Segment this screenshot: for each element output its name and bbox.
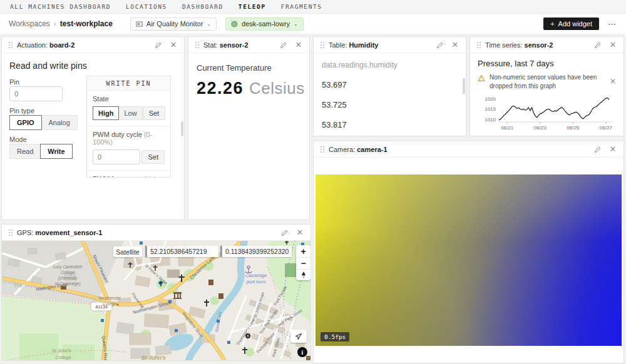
map-label: punt tours — [245, 280, 266, 285]
scrollbar-thumb[interactable] — [463, 78, 465, 94]
pin-type-analog-button[interactable]: Analog — [41, 115, 78, 130]
widget-title: Camera: camera-1 — [329, 146, 387, 153]
edit-pencil-icon[interactable] — [593, 144, 603, 154]
drag-handle-icon[interactable] — [9, 44, 10, 46]
close-icon[interactable]: ✕ — [295, 228, 305, 238]
close-icon[interactable]: ✕ — [294, 40, 304, 50]
compass-south-needle — [302, 275, 305, 279]
close-icon[interactable]: ✕ — [450, 40, 460, 50]
close-icon[interactable]: ✕ — [168, 40, 178, 50]
pwm-freq-label: PWM frequency (Hz) — [93, 175, 165, 178]
widget-stat: Stat: sensor-2 ✕ Current Temperature 22.… — [188, 36, 310, 220]
svg-text:06/23: 06/23 — [534, 125, 547, 131]
workspace-toolbar: Workspaces › test-workplace Air Quality … — [0, 14, 626, 34]
warning-triangle-icon — [478, 74, 485, 82]
pwm-duty-input[interactable] — [93, 149, 140, 164]
svg-text:06/25: 06/25 — [567, 125, 580, 131]
edit-pencil-icon[interactable] — [153, 40, 163, 50]
edit-pencil-icon[interactable] — [279, 40, 289, 50]
pwm-duty-set-button[interactable]: Set — [141, 150, 165, 164]
pin-type-label: Pin type — [9, 107, 34, 114]
pwm-duty-label: PWM duty cycle (0-100%) — [93, 131, 165, 146]
close-icon[interactable]: ✕ — [608, 40, 618, 50]
pressure-line-chart: 10101015102006/2106/2306/2506/27 — [478, 93, 618, 132]
pin-type-gpio-button[interactable]: GPIO — [9, 115, 42, 130]
zoom-out-button[interactable]: − — [296, 257, 310, 269]
map-attribution-info-button[interactable]: i — [297, 347, 307, 357]
widget-header: GPS: movement_sensor-1 ✕ — [2, 225, 310, 241]
widget-header: Camera: camera-1 ✕ — [314, 141, 623, 158]
widget-table: Table: Humidity ✕ data.readings.humidity… — [313, 36, 466, 136]
widget-title: Table: Humidity — [329, 41, 378, 49]
dashboard-grid: Actuation: board-2 ✕ Read and write pins… — [0, 34, 626, 364]
svg-text:1010: 1010 — [485, 117, 496, 123]
map-label: St John's — [52, 348, 71, 353]
widget-camera: Camera: camera-1 ✕ 0.5fps — [313, 141, 624, 363]
widget-header: Stat: sensor-2 ✕ — [188, 37, 309, 53]
nav-teleop[interactable]: TELEOP — [239, 3, 266, 10]
add-widget-label: Add widget — [558, 20, 592, 28]
latitude-input[interactable] — [145, 246, 218, 257]
mode-label: Mode — [9, 136, 27, 143]
warning-dismiss-icon[interactable]: ✕ — [610, 73, 616, 91]
table-row: 53.725 — [322, 100, 458, 109]
state-high-button[interactable]: High — [93, 106, 119, 120]
drag-handle-icon[interactable] — [195, 44, 197, 46]
mode-read-button[interactable]: Read — [9, 144, 41, 159]
widget-title: Time series: sensor-2 — [485, 41, 553, 49]
table-row: 53.817 — [322, 120, 458, 129]
street-map: A1134 Madingley Road Mount Pleasant Lucy… — [2, 241, 310, 360]
chart-title: Pressure, last 7 days — [478, 59, 616, 68]
stat-unit: Celsius — [249, 79, 305, 98]
part-dropdown[interactable]: desk-sam-lowry ⌄ — [225, 18, 304, 31]
locate-me-button[interactable] — [290, 330, 307, 343]
write-pin-panel: WRITE PIN State High Low Set PWM duty cy… — [86, 76, 171, 178]
drag-handle-icon[interactable] — [477, 44, 478, 46]
breadcrumb-current-workspace: test-workplace — [60, 19, 113, 28]
part-rings-icon — [231, 21, 238, 28]
state-low-button[interactable]: Low — [118, 106, 142, 120]
map-canvas[interactable]: A1134 Madingley Road Mount Pleasant Lucy… — [2, 241, 310, 360]
state-toggle: High Low — [93, 106, 143, 120]
scrollbar-thumb[interactable] — [181, 121, 183, 136]
camera-stream: 0.5fps — [316, 174, 622, 346]
drag-handle-icon[interactable] — [9, 232, 10, 233]
mode-toggle: Read Write — [9, 144, 73, 159]
map-label: College — [61, 270, 74, 275]
widget-gps: GPS: movement_sensor-1 ✕ — [1, 224, 311, 361]
svg-text:1020: 1020 — [485, 96, 496, 102]
map-label: College — [55, 355, 71, 360]
edit-pencil-icon[interactable] — [280, 228, 290, 238]
machine-icon — [136, 21, 143, 28]
nav-dashboard[interactable]: DASHBOARD — [182, 3, 223, 10]
nav-all-machines-dashboard[interactable]: ALL MACHINES DASHBOARD — [10, 3, 111, 10]
drag-handle-icon[interactable] — [321, 44, 322, 46]
edit-pencil-icon[interactable] — [593, 40, 603, 50]
satellite-toggle-button[interactable]: Satellite — [113, 246, 142, 257]
drag-handle-icon[interactable] — [321, 149, 322, 150]
nav-locations[interactable]: LOCATIONS — [126, 3, 167, 10]
nav-fragments[interactable]: FRAGMENTS — [281, 3, 322, 10]
warning-text: Non-numeric sensor values have been drop… — [490, 73, 597, 91]
zoom-in-button[interactable]: + — [296, 245, 310, 257]
fps-badge: 0.5fps — [321, 332, 349, 341]
mode-write-button[interactable]: Write — [40, 144, 72, 159]
compass-button[interactable] — [296, 269, 310, 280]
pwm-duty-section: PWM duty cycle (0-100%) Set — [87, 126, 170, 170]
widget-timeseries: Time series: sensor-2 ✕ Pressure, last 7… — [470, 36, 624, 136]
add-widget-button[interactable]: + Add widget — [543, 18, 599, 30]
state-set-button[interactable]: Set — [143, 106, 166, 120]
actuation-heading: Read and write pins — [9, 61, 87, 71]
stat-label: Current Temperature — [197, 63, 301, 73]
write-pin-title: WRITE PIN — [87, 76, 170, 91]
more-menu-icon[interactable]: ⋯ — [608, 19, 617, 29]
edit-pencil-icon[interactable] — [435, 40, 445, 50]
longitude-input[interactable] — [220, 246, 292, 257]
svg-text:06/27: 06/27 — [600, 125, 613, 131]
pin-input[interactable] — [9, 86, 63, 101]
machine-dropdown[interactable]: Air Quality Monitor ⌄ — [130, 18, 217, 31]
widget-header: Time series: sensor-2 ✕ — [470, 37, 623, 53]
map-label: Lucy Cavendish — [53, 265, 83, 270]
close-icon[interactable]: ✕ — [608, 144, 618, 154]
breadcrumb-workspaces[interactable]: Workspaces — [9, 19, 50, 28]
